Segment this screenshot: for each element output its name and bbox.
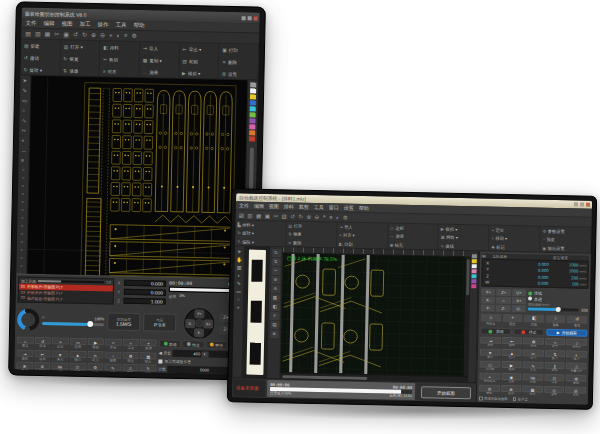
ribbon-button[interactable]: ↻ 旋转 ▾ [20, 64, 60, 77]
toolbar-icon[interactable]: ◐ [336, 214, 339, 220]
toolbar-icon[interactable]: ⌖ [109, 30, 113, 41]
menu-item[interactable]: 帮助 [359, 205, 369, 211]
ribbon-button[interactable]: ✂ 剪切 [100, 53, 140, 66]
function-button[interactable]: ∅ 清零 [69, 363, 86, 375]
jog-y-plus-button[interactable]: Y+ [194, 309, 204, 318]
color-swatch[interactable] [472, 269, 477, 273]
run-control-button[interactable]: ▶ 开始裁剪 [546, 329, 587, 337]
ribbon-button[interactable]: ⇥ 导入 [140, 42, 180, 55]
machine-function-button[interactable]: ◉ 压脚 [501, 373, 522, 384]
toolbar-icon[interactable]: ▣ [265, 212, 270, 218]
tool-icon[interactable]: ⌖ [237, 304, 240, 310]
machine-function-button[interactable]: ▲ 抬刀 [501, 349, 522, 360]
menu-item[interactable]: 视图 [269, 203, 279, 209]
menu-item[interactable]: 排料 [284, 203, 294, 209]
step-distance-slider[interactable] [528, 308, 579, 312]
footer-checkbox-item[interactable]: 完成后自动收料 [479, 396, 508, 401]
toolbar-icon[interactable]: ⊖ [100, 30, 105, 41]
toolbar-icon[interactable]: ⚙ [132, 30, 138, 41]
function-button[interactable]: ▦ 校正 [140, 352, 157, 364]
toolbar-icon[interactable]: ✂ [54, 29, 59, 40]
ribbon-button[interactable]: ⇤ 导出 ▾ [180, 43, 220, 56]
color-swatch[interactable] [471, 279, 476, 283]
color-swatch[interactable] [471, 274, 476, 278]
machine-function-button[interactable]: ♻ 吸风 [523, 337, 544, 348]
toolbar-icon[interactable]: ↺ [73, 29, 78, 40]
tool-icon[interactable]: ✂ [271, 267, 280, 275]
draw-tool-icon[interactable]: ↔ [21, 146, 27, 156]
run-control-button[interactable]: 启动 [480, 327, 511, 335]
tool-icon[interactable]: ↻ [271, 249, 280, 257]
ribbon-button[interactable]: ▣ 打印 [219, 44, 259, 57]
draw-tool-icon[interactable]: ∿ [22, 116, 28, 126]
ribbon-button[interactable]: ▧ 粘贴 [179, 55, 219, 68]
machine-function-button[interactable]: ∿ 空走 [523, 361, 544, 372]
ribbon-button[interactable]: ◧ 排料 [100, 41, 140, 54]
ribbon-button[interactable]: ▥ 打开 ▾ [61, 40, 101, 53]
quick-action-button[interactable]: ↕ 测高 [545, 315, 566, 327]
toolbar-icon[interactable]: ⚙ [343, 214, 348, 220]
function-button[interactable]: ⊗ 急停 [16, 362, 33, 374]
machine-action-button[interactable]: 停止 [182, 340, 204, 348]
jog-button[interactable]: U+ [512, 289, 526, 296]
function-button[interactable]: ▼ 落刀 [52, 350, 69, 362]
tool-icon[interactable]: ≣ [270, 330, 279, 338]
function-button[interactable]: ⌂ 原点 [17, 337, 34, 349]
machine-function-button[interactable]: ⚙ 参数 [566, 374, 587, 385]
tool-icon[interactable]: ▦ [270, 294, 279, 302]
color-swatch[interactable] [472, 254, 477, 258]
machine-function-button[interactable]: ☼ 照明灯 [566, 338, 587, 349]
machine-function-button[interactable]: ⇅ 换刀 [545, 350, 566, 361]
machine-function-button[interactable]: ▦ 校正 [522, 385, 543, 396]
toolbar-icon[interactable]: ▦ [44, 29, 50, 40]
machine-function-button[interactable]: ⊗ 急停 [501, 385, 522, 396]
color-swatch[interactable] [250, 100, 256, 105]
draw-tool-icon[interactable]: ➤ [22, 76, 28, 86]
menu-item[interactable]: 操作 [97, 21, 108, 28]
function-button[interactable]: ↕ 测厚 [105, 351, 122, 363]
tool-icon[interactable]: ✋ [236, 256, 242, 262]
function-button[interactable]: ⚙ 参数 [87, 363, 104, 374]
function-button[interactable]: ± 微调 [140, 339, 157, 351]
marker-canvas[interactable]: 已排 2 床 利用率 78.5% [280, 253, 465, 376]
jog-button[interactable]: Y- [481, 304, 495, 311]
tool-icon[interactable]: ≡ [270, 312, 279, 320]
start-cut-button[interactable]: 开始裁剪 [421, 386, 471, 399]
machine-function-button[interactable]: ∥ 暂停 [544, 362, 565, 373]
minimize-icon[interactable] [574, 202, 578, 206]
function-button[interactable]: + 点动 [122, 339, 139, 351]
machine-function-button[interactable]: ▼ 落刀 [480, 348, 501, 359]
ribbon-button[interactable]: ↺ 撤销 [21, 52, 61, 65]
function-button[interactable]: ⚠ 报警 [122, 364, 139, 375]
menu-item[interactable]: 帮助 [133, 22, 144, 29]
machine-function-button[interactable]: ◇ 诊断 [544, 386, 565, 397]
draw-tool-icon[interactable]: ≡ [21, 156, 27, 166]
beep-checkbox[interactable] [158, 359, 162, 363]
function-button[interactable]: ≈ 空走 [105, 338, 122, 350]
draw-tool-icon[interactable]: ✎ [22, 86, 28, 96]
quick-action-button[interactable]: ⌂ 回原点 [480, 313, 501, 325]
tool-icon[interactable]: ▭ [236, 288, 241, 294]
machine-function-button[interactable]: ▶ 模拟 [501, 361, 522, 372]
menu-item[interactable]: 设置 [344, 205, 354, 211]
machine-function-button[interactable]: ▭ 走边框 [479, 360, 500, 371]
color-swatch[interactable] [472, 259, 477, 263]
function-button[interactable]: № 计数 [51, 362, 68, 374]
function-button[interactable]: ▲ 抬刀 [69, 350, 86, 362]
function-button[interactable]: ⌖ 定位 [52, 337, 69, 349]
machine-function-button[interactable]: ✂ 对刀 [523, 349, 544, 360]
machine-action-button[interactable]: 启动 [159, 339, 181, 347]
toolbar-icon[interactable]: ▣ [63, 29, 69, 40]
toolbar-icon[interactable]: ↻ [298, 213, 303, 219]
machine-function-button[interactable]: ⊘ 解锁 [479, 384, 500, 395]
draw-tool-icon[interactable]: ✂ [21, 126, 27, 136]
function-button[interactable]: ✂ 对刀 [87, 350, 104, 362]
draw-tool-icon[interactable]: ○ [22, 106, 28, 116]
color-swatch[interactable] [471, 284, 476, 288]
toolbar-icon[interactable]: ▤ [25, 28, 31, 39]
machine-function-button[interactable]: № 计数 [522, 373, 543, 384]
maximize-icon[interactable] [248, 16, 252, 20]
machine-function-button[interactable]: ⇤ 收料 [502, 337, 523, 348]
tool-icon[interactable]: A [271, 285, 280, 293]
toolbar-icon[interactable]: ▧ [282, 213, 287, 219]
